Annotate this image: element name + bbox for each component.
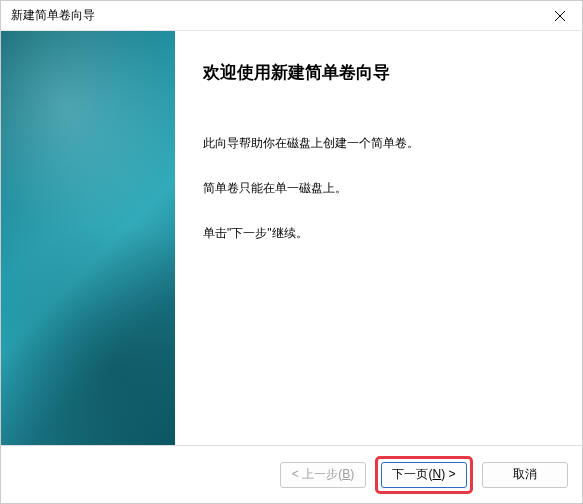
back-button-label: < 上一步(B) [292, 466, 354, 483]
main-content: 欢迎使用新建简单卷向导 此向导帮助你在磁盘上创建一个简单卷。 简单卷只能在单一磁… [175, 31, 582, 445]
next-button[interactable]: 下一页(N) > [381, 462, 467, 488]
wizard-text-2: 简单卷只能在单一磁盘上。 [203, 179, 552, 198]
wizard-text-1: 此向导帮助你在磁盘上创建一个简单卷。 [203, 134, 552, 153]
close-icon [555, 11, 565, 21]
cancel-button[interactable]: 取消 [482, 462, 568, 488]
wizard-window: 新建简单卷向导 欢迎使用新建简单卷向导 此向导帮助你在磁盘上创建一个简单卷。 简… [0, 0, 583, 504]
next-button-highlight: 下一页(N) > [375, 456, 473, 494]
button-bar: < 上一步(B) 下一页(N) > 取消 [1, 445, 582, 503]
window-title: 新建简单卷向导 [11, 7, 95, 24]
content-area: 欢迎使用新建简单卷向导 此向导帮助你在磁盘上创建一个简单卷。 简单卷只能在单一磁… [1, 31, 582, 445]
next-button-label: 下一页(N) > [392, 466, 455, 483]
titlebar: 新建简单卷向导 [1, 1, 582, 31]
wizard-text-3: 单击"下一步"继续。 [203, 224, 552, 243]
close-button[interactable] [538, 1, 582, 31]
back-button: < 上一步(B) [280, 462, 366, 488]
cancel-button-label: 取消 [513, 466, 537, 483]
wizard-sidebar-image [1, 31, 175, 445]
wizard-heading: 欢迎使用新建简单卷向导 [203, 61, 552, 84]
